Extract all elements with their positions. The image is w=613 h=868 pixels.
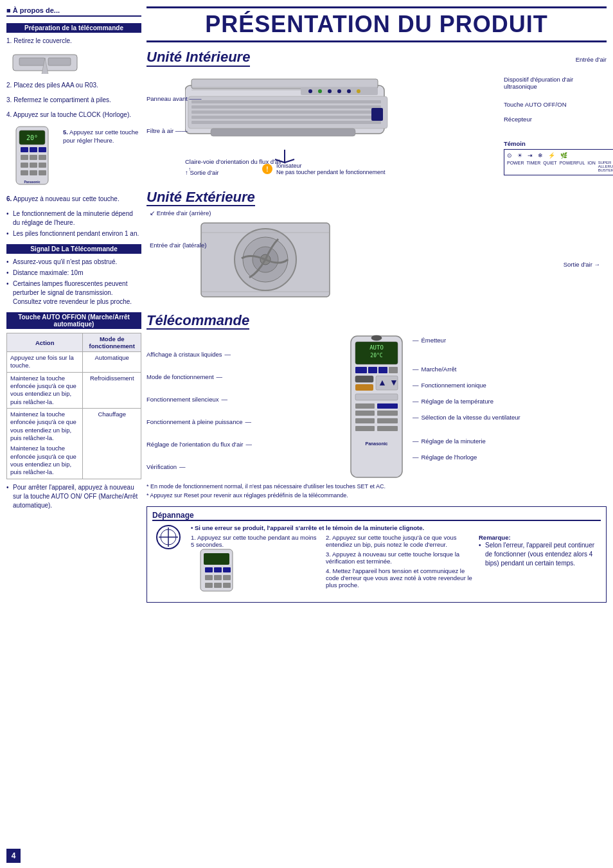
tc-label-puissance: Fonctionnement à pleine puissance —	[147, 418, 341, 425]
depannage-steps-left: 1. Appuyez sur cette touche pendant au m…	[191, 534, 319, 598]
table-mode-1: Refroidissement	[83, 372, 141, 408]
unite-exterieure-title: Unité Extérieure	[147, 189, 255, 206]
entree-air-laterale-label: Entrée d'air (latérale)	[150, 242, 206, 249]
svg-point-29	[357, 89, 360, 93]
step-5-text: 5. Appuyez sur cette touche pour régler …	[63, 125, 141, 145]
entree-air-arriere-label: ↙ Entrée d'air (arrière)	[150, 209, 211, 217]
tc-label-temperature: — Réglage de la température	[413, 398, 607, 405]
auto-bullet-list: Pour arrêter l'appareil, appuyez à nouve…	[6, 483, 141, 512]
svg-text:20°C: 20°C	[370, 353, 382, 359]
telecommande-title: Télécommande	[147, 312, 249, 330]
tc-label-marche: — Marche/Arrêt	[413, 366, 607, 373]
svg-rect-36	[211, 128, 355, 136]
depannage-icon	[155, 524, 181, 550]
step1-remote-svg	[191, 548, 242, 593]
ionisateur-label: Ionisateur	[276, 163, 386, 169]
left-column: ■ À propos de... Préparation de la téléc…	[6, 6, 141, 862]
svg-rect-32	[191, 105, 381, 109]
unite-exterieure-section: Unité Extérieure ↙ Entrée d'air (arrière…	[147, 189, 607, 305]
svg-point-26	[328, 89, 332, 93]
bullet-piles: Les piles fonctionnent pendant environ 1…	[6, 229, 141, 238]
depannage-icon-area	[152, 524, 184, 598]
svg-rect-35	[191, 121, 381, 124]
table-mode-2: Chauffage	[83, 409, 141, 479]
depannage-section: Dépannage • Si une erreur se produ	[147, 506, 607, 603]
svg-rect-62	[377, 403, 398, 409]
footnote-1: * Appuyez sur Reset pour revenir aux rég…	[147, 492, 607, 499]
svg-rect-65	[377, 418, 398, 423]
svg-rect-83	[214, 583, 222, 588]
table-action-2: Maintenez la touche enfoncée jusqu'à ce …	[7, 409, 83, 479]
svg-rect-51	[368, 367, 377, 373]
svg-rect-15	[21, 170, 28, 175]
remarque-bullet: Selon l'erreur, l'appareil peut continue…	[479, 541, 601, 568]
temoin-box: ⊙ ☀ ⇥ ❄ ⚡ 🌿 POWER TIMER QUIET	[504, 149, 613, 175]
ac-outer-unit-svg	[198, 220, 339, 303]
svg-rect-64	[355, 418, 375, 423]
svg-rect-75	[204, 553, 229, 565]
couvercle-diagram	[6, 51, 84, 77]
svg-rect-50	[355, 367, 367, 373]
tc-label-orientation: Réglage de l'orientation du flux d'air —	[147, 441, 341, 448]
filtre-air-label: Filtre à air ——	[147, 127, 188, 134]
depannage-step-4: 4. Mettez l'appareil hors tension et com…	[326, 567, 472, 589]
tc-label-vitesse: — Sélection de la vitesse du ventilateur	[413, 414, 607, 421]
svg-point-25	[318, 89, 322, 93]
depannage-steps-wrapper: 1. Appuyez sur cette touche pendant au m…	[191, 534, 601, 598]
svg-rect-82	[205, 583, 213, 588]
svg-rect-76	[205, 567, 213, 572]
temoin-label: Témoin	[504, 140, 607, 147]
temoin-quiet: QUIET	[543, 161, 556, 172]
tc-label-emetteur: — Émetteur	[413, 337, 607, 344]
svg-text:AUTO: AUTO	[369, 344, 384, 351]
svg-rect-1	[19, 58, 45, 66]
svg-rect-37	[371, 108, 383, 121]
footnotes: * En mode de fonctionnement normal, il n…	[147, 483, 607, 499]
svg-rect-34	[191, 116, 381, 119]
table-mode-0: Automatique	[83, 352, 141, 373]
tc-labels-right: — Émetteur — Marche/Arrêt — Fonctionneme…	[413, 333, 607, 481]
svg-rect-52	[378, 367, 387, 373]
svg-rect-9	[21, 155, 28, 160]
signal-title: Signal De La Télécommande	[6, 244, 141, 254]
signal-bullet-2: Certaines lampes fluorescentes peuvent p…	[6, 279, 141, 306]
svg-point-28	[347, 89, 351, 93]
temoin-super: SUPER ALLERU-BUSTER	[598, 161, 613, 172]
temoin-icons: ⊙ ☀ ⇥ ❄ ⚡ 🌿	[507, 152, 613, 159]
depannage-steps-mid: 2. Appuyez sur cette touche jusqu'à ce q…	[326, 534, 472, 598]
svg-point-24	[308, 89, 312, 93]
svg-rect-16	[30, 170, 37, 175]
svg-point-69	[371, 335, 382, 341]
tc-label-verification: Vérification —	[147, 463, 341, 470]
svg-point-27	[337, 89, 341, 93]
depannage-step-3: 3. Appuyez à nouveau sur cette touche lo…	[326, 551, 472, 565]
remarque-title: Remarque:	[479, 534, 601, 541]
svg-rect-8	[39, 147, 46, 152]
auto-bullet: Pour arrêter l'appareil, appuyez à nouve…	[6, 483, 141, 510]
tc-label-ionique: — Fonctionnement ionique	[413, 382, 607, 389]
table-row: Appuyez une fois sur la touche. Automati…	[7, 352, 141, 373]
temoin-powerful: POWERFUL	[560, 161, 585, 172]
tc-label-horloge: — Réglage de l'horloge	[413, 454, 607, 461]
temoin-timer: TIMER	[526, 161, 540, 172]
preparation-title: Préparation de la télécommande	[6, 23, 141, 33]
ne-pas-toucher-label: Ne pas toucher pendant le fonctionnement	[276, 169, 386, 175]
tc-label-silencieux: Fonctionnement silencieux —	[147, 396, 341, 403]
temoin-area: Témoin ⊙ ☀ ⇥ ❄ ⚡ 🌿 POWER	[504, 140, 607, 175]
ionisateur-warning: ! Ionisateur Ne pas toucher pendant le f…	[262, 163, 386, 175]
svg-rect-66	[355, 426, 375, 431]
temoin-power: POWER	[507, 161, 524, 172]
table-row: Maintenez la touche enfoncée jusqu'à ce …	[7, 409, 141, 479]
unite-interieure-title: Unité Intérieure	[147, 49, 250, 67]
depannage-inner: • Si une erreur se produit, l'appareil s…	[152, 524, 601, 598]
svg-rect-84	[223, 583, 231, 588]
page-number: 4	[6, 849, 21, 863]
action-table: Action Mode de fonctionnement Appuyez un…	[6, 333, 141, 479]
panneau-avant-label: Panneau avant ——	[147, 95, 202, 102]
dispositif-label: Dispositif d'épuration d'air ultrasoniqu…	[504, 76, 607, 90]
entree-air-label: Entrée d'air	[576, 56, 607, 63]
svg-rect-11	[39, 155, 46, 160]
svg-rect-59	[355, 394, 398, 400]
svg-text:Panasonic: Panasonic	[24, 180, 40, 184]
remarque-box: Remarque: Selon l'erreur, l'appareil peu…	[479, 534, 601, 598]
